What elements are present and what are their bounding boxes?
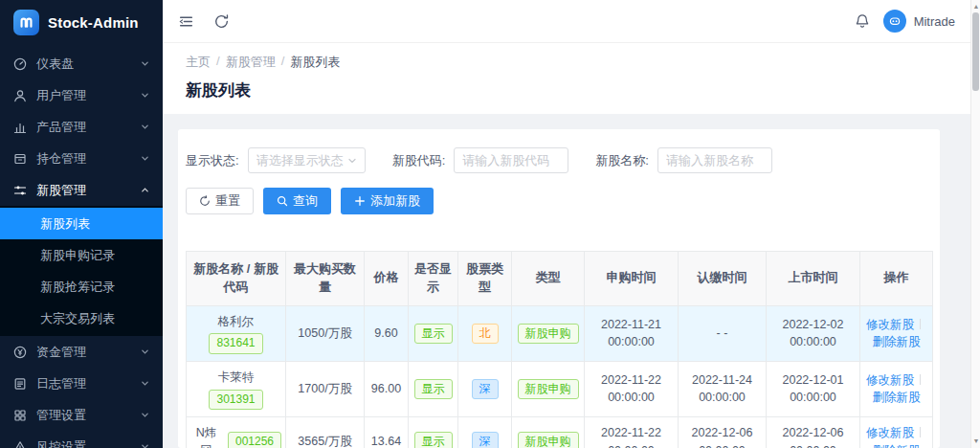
reset-button[interactable]: 重置 [186,188,254,214]
search-icon [277,195,288,207]
max-buy-cell: 1700/万股 [286,361,365,416]
name-input[interactable] [657,147,772,173]
stock-type-badge: 深 [472,379,499,399]
scrollbar-thumb[interactable] [972,12,979,91]
table-header-row: 新股名称 / 新股代码 最大购买数量 价格 是否显示 股票类型 类型 申购时间 … [187,252,933,306]
sidebar-subitem-subscribe-records[interactable]: 新股申购记录 [0,239,163,271]
sidebar-menu: 仪表盘 用户管理 产品管理 持仓管理 新股管理 新股列表 [0,48,163,448]
reset-icon [199,195,211,207]
edit-stock-link[interactable]: 修改新股 [866,318,914,331]
sidebar-item-funds[interactable]: 资金管理 [0,336,163,368]
list-time: 00:00:00 [770,333,856,351]
sidebar-item-new-stock[interactable]: 新股管理 [0,174,163,206]
sidebar-item-dashboard[interactable]: 仪表盘 [0,48,163,79]
add-button-label: 添加新股 [370,192,420,210]
new-stock-submenu: 新股列表 新股申购记录 新股抢筹记录 大宗交易列表 [0,206,163,336]
sidebar-item-label: 用户管理 [36,87,86,104]
type-badge: 新股申购 [518,324,579,344]
sidebar-subitem-label: 新股申购记录 [40,247,115,264]
add-new-stock-button[interactable]: 添加新股 [341,188,434,214]
sidebar-item-label: 风控设置 [36,438,86,448]
content: 显示状态: 请选择显示状态 新股代码: 新股名称: [163,114,970,448]
delete-stock-link[interactable]: 删除新股 [873,444,921,448]
max-buy-cell: 1050/万股 [286,305,365,361]
edit-stock-link[interactable]: 修改新股 [866,426,914,439]
breadcrumb-home[interactable]: 主页 [186,54,211,71]
stock-name: 格利尔 [218,313,255,331]
sidebar-item-products[interactable]: 产品管理 [0,111,163,143]
search-button[interactable]: 查询 [263,188,331,214]
stock-code-badge: 831641 [209,333,262,353]
price-cell: 96.00 [365,361,409,416]
menu-fold-icon[interactable] [178,13,194,30]
chevron-down-icon [141,411,149,419]
code-input[interactable] [454,147,568,173]
apply-date: 2022-11-21 [589,316,674,334]
pay-date: - - [682,325,762,343]
page-title: 新股列表 [186,79,947,101]
card: 显示状态: 请选择显示状态 新股代码: 新股名称: [178,129,940,448]
visible-badge: 显示 [414,379,453,399]
pay-date: 2022-12-06 [682,424,762,442]
stock-name: N炜冈 [190,424,222,448]
vertical-scrollbar[interactable]: ▲ ▼ [970,0,980,448]
holdings-icon [13,151,28,166]
logo-icon [13,10,39,35]
visible-badge: 显示 [414,432,453,448]
log-icon [13,376,28,391]
stock-type-badge: 北 [472,324,499,344]
settings-icon [13,408,28,422]
apply-time: 00:00:00 [589,442,674,448]
user-menu[interactable]: Mitrade [883,10,955,33]
chevron-down-icon [141,91,149,100]
sidebar-subitem-new-stock-list[interactable]: 新股列表 [0,208,163,239]
type-badge: 新股申购 [518,379,579,399]
chevron-up-icon [141,186,149,194]
username: Mitrade [914,14,955,29]
scroll-up-arrow-icon[interactable]: ▲ [972,2,980,11]
status-select[interactable]: 请选择显示状态 [248,147,366,173]
filter-code: 新股代码: [392,147,569,173]
apply-time: 00:00:00 [589,333,674,351]
link-divider [920,374,921,385]
delete-stock-link[interactable]: 删除新股 [873,391,921,404]
code-label: 新股代码: [392,152,446,169]
sidebar-item-holdings[interactable]: 持仓管理 [0,143,163,174]
sidebar-item-label: 资金管理 [36,344,86,361]
topbar: Mitrade [163,0,970,43]
link-divider [920,319,921,329]
sidebar: Stock-Admin 仪表盘 用户管理 产品管理 持仓管理 新股管理 [0,0,163,448]
chevron-down-icon [141,442,149,448]
stock-name: 卡莱特 [218,369,255,387]
page-header: 主页 / 新股管理 / 新股列表 新股列表 [163,43,970,114]
list-time: 00:00:00 [770,442,856,448]
edit-stock-link[interactable]: 修改新股 [866,373,914,387]
name-label: 新股名称: [595,152,649,169]
sidebar-item-risk-settings[interactable]: 风控设置 [0,431,163,448]
chevron-down-icon [141,347,149,356]
sidebar-subitem-block-trade-list[interactable]: 大宗交易列表 [0,302,163,334]
money-icon [13,345,28,359]
app-logo: Stock-Admin [0,0,163,44]
pay-date: 2022-11-24 [682,371,762,390]
sidebar-item-users[interactable]: 用户管理 [0,79,163,111]
chevron-down-icon [347,156,357,166]
breadcrumb-new-stock-mgmt[interactable]: 新股管理 [226,54,276,71]
refresh-icon[interactable] [213,13,230,30]
sidebar-item-label: 仪表盘 [36,56,74,73]
price-cell: 9.60 [365,305,409,361]
chart-icon [13,120,28,134]
status-label: 显示状态: [186,152,239,169]
pay-time: 00:00:00 [682,389,762,407]
sliders-icon [13,183,28,197]
scroll-down-arrow-icon[interactable]: ▼ [972,437,980,446]
filter-name: 新股名称: [595,147,772,173]
delete-stock-link[interactable]: 删除新股 [873,335,921,348]
list-date: 2022-12-01 [770,371,856,390]
sidebar-item-label: 产品管理 [36,119,86,136]
notification-bell-icon[interactable] [855,13,870,29]
sidebar-item-logs[interactable]: 日志管理 [0,368,163,399]
sidebar-subitem-grab-records[interactable]: 新股抢筹记录 [0,271,163,302]
sidebar-item-admin-settings[interactable]: 管理设置 [0,399,163,431]
table-row: 格利尔831641 1050/万股 9.60 显示 北 新股申购 2022-11… [187,305,933,361]
